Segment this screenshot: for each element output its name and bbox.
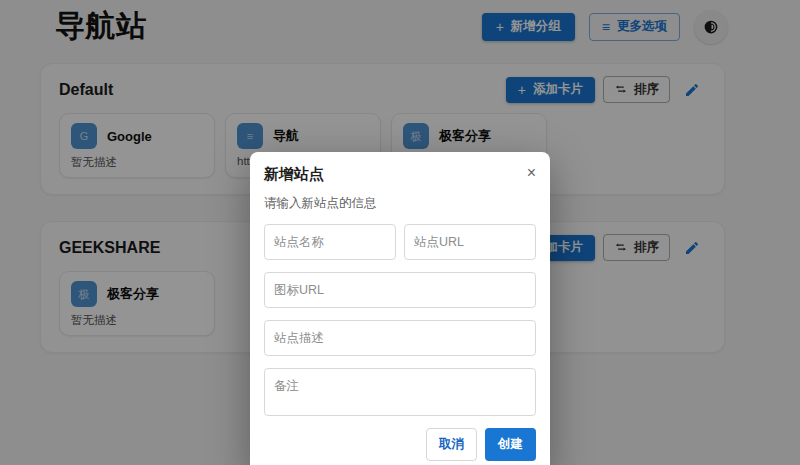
site-name-input[interactable] [264, 224, 396, 260]
note-input[interactable] [264, 368, 536, 416]
site-description-input[interactable] [264, 320, 536, 356]
cancel-button[interactable]: 取消 [426, 428, 477, 461]
icon-url-input[interactable] [264, 272, 536, 308]
close-icon[interactable]: × [519, 165, 536, 181]
modal-title: 新增站点 [264, 165, 324, 184]
modal-footer: 取消 创建 [264, 428, 536, 461]
site-url-input[interactable] [404, 224, 536, 260]
form-row [264, 320, 536, 356]
create-button[interactable]: 创建 [485, 428, 536, 461]
form-row [264, 368, 536, 416]
modal-header: 新增站点 × [264, 165, 536, 184]
form-row [264, 272, 536, 308]
add-site-modal: 新增站点 × 请输入新站点的信息 取消 创建 [250, 152, 550, 465]
form-row [264, 224, 536, 260]
modal-subtitle: 请输入新站点的信息 [264, 195, 536, 212]
